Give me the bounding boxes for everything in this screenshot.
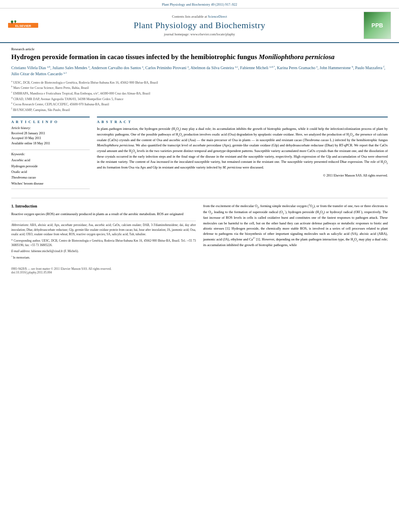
affiliation-b: b Mars Center for Cocoa Science, Barro P… <box>11 85 388 90</box>
copyright-notice: © 2011 Elsevier Masson SAS. All rights r… <box>97 173 388 178</box>
journal-banner: ELSEVIER Contents lists available at Sci… <box>0 8 399 43</box>
keywords-label: Keywords: <box>11 152 90 156</box>
introduction-heading: 1. Introduction <box>11 203 196 210</box>
accepted-date: Accepted 10 May 2011 <box>11 136 90 141</box>
section-divider <box>11 198 388 198</box>
article-title-italic: Moniliophthora perniciosa <box>259 53 334 61</box>
doi-line: doi:10.1016/j.plaphy.2011.05.004 <box>11 271 388 274</box>
affiliation-c: c EMBRAPA, Mandioca e Fruticultura Tropi… <box>11 90 388 96</box>
article-dates: Received 28 January 2011 Accepted 10 May… <box>11 131 90 146</box>
body-col-right: from the excitement of the molecular O2,… <box>203 203 388 260</box>
keywords-section: Keywords: Ascorbic acid Hydrogen peroxid… <box>11 152 90 186</box>
abstract-text: In plant–pathogen interaction, the hydro… <box>97 126 388 179</box>
affiliations: a UESC, DCB, Centro de Biotecnologia e G… <box>11 80 388 113</box>
body-col-left: 1. Introduction Reactive oxygen species … <box>11 203 196 260</box>
journal-name: Plant Physiology and Biochemistry <box>44 20 355 31</box>
history-label: Article history: <box>11 126 90 130</box>
article-info-box: A R T I C L E I N F O Article history: R… <box>11 117 90 189</box>
article-type-label: Research article <box>11 47 388 51</box>
affiliation-d: d CIRAD, UMR DAP, Avenue Agropolis TA96/… <box>11 96 388 102</box>
svg-rect-3 <box>12 22 12 24</box>
homepage-line: journal homepage: www.elsevier.com/locat… <box>44 32 355 36</box>
svg-text:ELSEVIER: ELSEVIER <box>15 24 31 28</box>
article-title: Hydrogen peroxide formation in cacao tis… <box>11 53 388 62</box>
affiliation-f: f IB/UNICAMP, Campinas, São Paulo, Brazi… <box>11 107 388 113</box>
affiliation-a: a UESC, DCB, Centro de Biotecnologia e G… <box>11 80 388 85</box>
body-introduction: 1. Introduction Reactive oxygen species … <box>11 203 388 260</box>
received-date: Received 28 January 2011 <box>11 131 90 136</box>
elsevier-logo: ELSEVIER <box>8 19 38 31</box>
bottom-meta: 0981-9428/$ — see front matter © 2011 El… <box>0 267 399 274</box>
contents-line: Contents lists available at ScienceDirec… <box>44 14 355 18</box>
authors-line: Cristiano Villela Dias a,b, Juliano Sale… <box>11 65 388 77</box>
abbreviations-footnote: Abbreviations: ABA, abcisic acid; Apx, a… <box>11 223 196 237</box>
abstract-section: A B S T R A C T In plant–pathogen intera… <box>97 117 388 179</box>
col-right: A B S T R A C T In plant–pathogen intera… <box>97 117 388 193</box>
abstract-heading: A B S T R A C T <box>97 120 388 124</box>
article-info-heading: A R T I C L E I N F O <box>11 120 90 124</box>
article-title-text1: Hydrogen peroxide formation in cacao tis… <box>11 53 259 61</box>
keyword-5: Witches' broom disease <box>11 181 90 186</box>
footnotes: Abbreviations: ABA, abcisic acid; Apx, a… <box>11 221 196 260</box>
article-info-abstract: A R T I C L E I N F O Article history: R… <box>11 117 388 193</box>
journal-banner-center: Contents lists available at ScienceDirec… <box>44 14 355 36</box>
email-footnote: E-mail address: fabienne.micheli@cirad.f… <box>11 249 196 254</box>
elsevier-logo-area: ELSEVIER <box>8 19 44 31</box>
article-content: Research article Hydrogen peroxide forma… <box>0 43 399 264</box>
memoriam-footnote: 1 In memoriam. <box>11 255 196 260</box>
introduction-col1-text: Reactive oxygen species (ROS) are contin… <box>11 212 196 217</box>
introduction-col2-text: from the excitement of the molecular O2,… <box>203 203 388 248</box>
issn-line: 0981-9428/$ — see front matter © 2011 El… <box>11 267 388 271</box>
journal-header: Plant Physiology and Biochemistry 49 (20… <box>0 0 399 8</box>
journal-header-text: Plant Physiology and Biochemistry 49 (20… <box>162 2 237 6</box>
affiliation-e: e Cocoa Research Center, CEPLAC/CEPEC, 4… <box>11 101 388 107</box>
keyword-4: Theobroma cacao <box>11 175 90 180</box>
journal-thumbnail-area: PPB <box>355 12 391 39</box>
corresponding-footnote: * Corresponding author. UESC, DCB, Centr… <box>11 238 196 248</box>
keyword-2: Hydrogen peroxide <box>11 163 90 169</box>
keywords-list: Ascorbic acid Hydrogen peroxide Oxalic a… <box>11 157 90 186</box>
available-date: Available online 18 May 2011 <box>11 141 90 146</box>
col-left: A R T I C L E I N F O Article history: R… <box>11 117 90 193</box>
keyword-1: Ascorbic acid <box>11 157 90 163</box>
svg-rect-5 <box>15 22 16 23</box>
journal-thumbnail: PPB <box>364 12 391 39</box>
keyword-3: Oxalic acid <box>11 169 90 175</box>
